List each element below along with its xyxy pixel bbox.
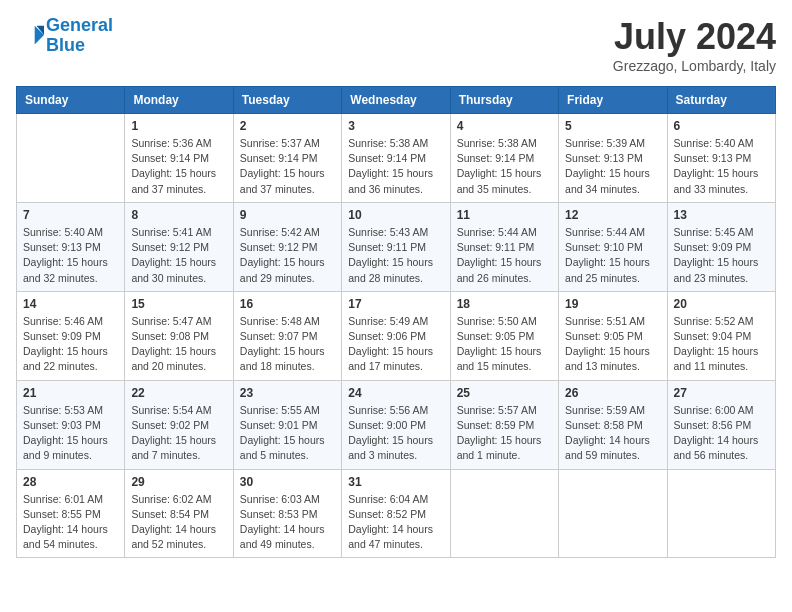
- day-cell: 18Sunrise: 5:50 AMSunset: 9:05 PMDayligh…: [450, 291, 558, 380]
- day-number: 15: [131, 297, 226, 311]
- day-cell: 30Sunrise: 6:03 AMSunset: 8:53 PMDayligh…: [233, 469, 341, 558]
- day-cell: 31Sunrise: 6:04 AMSunset: 8:52 PMDayligh…: [342, 469, 450, 558]
- calendar-header: SundayMondayTuesdayWednesdayThursdayFrid…: [17, 87, 776, 114]
- title-location: Grezzago, Lombardy, Italy: [613, 58, 776, 74]
- week-row-3: 14Sunrise: 5:46 AMSunset: 9:09 PMDayligh…: [17, 291, 776, 380]
- day-cell: 13Sunrise: 5:45 AMSunset: 9:09 PMDayligh…: [667, 202, 775, 291]
- day-number: 13: [674, 208, 769, 222]
- week-row-2: 7Sunrise: 5:40 AMSunset: 9:13 PMDaylight…: [17, 202, 776, 291]
- day-number: 8: [131, 208, 226, 222]
- day-info: Sunrise: 5:44 AMSunset: 9:10 PMDaylight:…: [565, 226, 650, 284]
- day-cell: [667, 469, 775, 558]
- day-cell: [559, 469, 667, 558]
- day-cell: 16Sunrise: 5:48 AMSunset: 9:07 PMDayligh…: [233, 291, 341, 380]
- day-info: Sunrise: 5:44 AMSunset: 9:11 PMDaylight:…: [457, 226, 542, 284]
- day-cell: 26Sunrise: 5:59 AMSunset: 8:58 PMDayligh…: [559, 380, 667, 469]
- day-cell: 5Sunrise: 5:39 AMSunset: 9:13 PMDaylight…: [559, 114, 667, 203]
- day-info: Sunrise: 5:53 AMSunset: 9:03 PMDaylight:…: [23, 404, 108, 462]
- day-cell: 9Sunrise: 5:42 AMSunset: 9:12 PMDaylight…: [233, 202, 341, 291]
- weekday-thursday: Thursday: [450, 87, 558, 114]
- day-info: Sunrise: 6:00 AMSunset: 8:56 PMDaylight:…: [674, 404, 759, 462]
- day-cell: 17Sunrise: 5:49 AMSunset: 9:06 PMDayligh…: [342, 291, 450, 380]
- day-info: Sunrise: 5:38 AMSunset: 9:14 PMDaylight:…: [348, 137, 433, 195]
- day-info: Sunrise: 5:40 AMSunset: 9:13 PMDaylight:…: [674, 137, 759, 195]
- day-number: 3: [348, 119, 443, 133]
- day-number: 26: [565, 386, 660, 400]
- day-cell: 20Sunrise: 5:52 AMSunset: 9:04 PMDayligh…: [667, 291, 775, 380]
- day-info: Sunrise: 5:50 AMSunset: 9:05 PMDaylight:…: [457, 315, 542, 373]
- day-number: 6: [674, 119, 769, 133]
- day-info: Sunrise: 5:51 AMSunset: 9:05 PMDaylight:…: [565, 315, 650, 373]
- day-cell: 1Sunrise: 5:36 AMSunset: 9:14 PMDaylight…: [125, 114, 233, 203]
- day-info: Sunrise: 5:39 AMSunset: 9:13 PMDaylight:…: [565, 137, 650, 195]
- day-cell: 24Sunrise: 5:56 AMSunset: 9:00 PMDayligh…: [342, 380, 450, 469]
- day-number: 19: [565, 297, 660, 311]
- weekday-header-row: SundayMondayTuesdayWednesdayThursdayFrid…: [17, 87, 776, 114]
- day-cell: [17, 114, 125, 203]
- day-info: Sunrise: 5:47 AMSunset: 9:08 PMDaylight:…: [131, 315, 216, 373]
- day-cell: 6Sunrise: 5:40 AMSunset: 9:13 PMDaylight…: [667, 114, 775, 203]
- day-cell: 7Sunrise: 5:40 AMSunset: 9:13 PMDaylight…: [17, 202, 125, 291]
- day-number: 25: [457, 386, 552, 400]
- day-info: Sunrise: 5:41 AMSunset: 9:12 PMDaylight:…: [131, 226, 216, 284]
- day-number: 20: [674, 297, 769, 311]
- day-info: Sunrise: 6:02 AMSunset: 8:54 PMDaylight:…: [131, 493, 216, 551]
- day-info: Sunrise: 5:38 AMSunset: 9:14 PMDaylight:…: [457, 137, 542, 195]
- title-month: July 2024: [613, 16, 776, 58]
- page-header: GeneralBlue July 2024 Grezzago, Lombardy…: [16, 16, 776, 74]
- day-cell: 8Sunrise: 5:41 AMSunset: 9:12 PMDaylight…: [125, 202, 233, 291]
- day-cell: 4Sunrise: 5:38 AMSunset: 9:14 PMDaylight…: [450, 114, 558, 203]
- weekday-sunday: Sunday: [17, 87, 125, 114]
- day-info: Sunrise: 5:57 AMSunset: 8:59 PMDaylight:…: [457, 404, 542, 462]
- day-number: 11: [457, 208, 552, 222]
- week-row-5: 28Sunrise: 6:01 AMSunset: 8:55 PMDayligh…: [17, 469, 776, 558]
- day-cell: [450, 469, 558, 558]
- day-number: 16: [240, 297, 335, 311]
- day-info: Sunrise: 5:54 AMSunset: 9:02 PMDaylight:…: [131, 404, 216, 462]
- day-cell: 10Sunrise: 5:43 AMSunset: 9:11 PMDayligh…: [342, 202, 450, 291]
- week-row-4: 21Sunrise: 5:53 AMSunset: 9:03 PMDayligh…: [17, 380, 776, 469]
- day-cell: 25Sunrise: 5:57 AMSunset: 8:59 PMDayligh…: [450, 380, 558, 469]
- weekday-tuesday: Tuesday: [233, 87, 341, 114]
- day-number: 5: [565, 119, 660, 133]
- day-number: 30: [240, 475, 335, 489]
- day-number: 28: [23, 475, 118, 489]
- day-number: 31: [348, 475, 443, 489]
- day-number: 18: [457, 297, 552, 311]
- calendar-body: 1Sunrise: 5:36 AMSunset: 9:14 PMDaylight…: [17, 114, 776, 558]
- day-cell: 29Sunrise: 6:02 AMSunset: 8:54 PMDayligh…: [125, 469, 233, 558]
- day-cell: 3Sunrise: 5:38 AMSunset: 9:14 PMDaylight…: [342, 114, 450, 203]
- day-cell: 27Sunrise: 6:00 AMSunset: 8:56 PMDayligh…: [667, 380, 775, 469]
- week-row-1: 1Sunrise: 5:36 AMSunset: 9:14 PMDaylight…: [17, 114, 776, 203]
- calendar-table: SundayMondayTuesdayWednesdayThursdayFrid…: [16, 86, 776, 558]
- day-info: Sunrise: 5:36 AMSunset: 9:14 PMDaylight:…: [131, 137, 216, 195]
- day-info: Sunrise: 5:55 AMSunset: 9:01 PMDaylight:…: [240, 404, 325, 462]
- day-number: 12: [565, 208, 660, 222]
- day-info: Sunrise: 5:40 AMSunset: 9:13 PMDaylight:…: [23, 226, 108, 284]
- logo-text: GeneralBlue: [46, 16, 113, 56]
- day-cell: 21Sunrise: 5:53 AMSunset: 9:03 PMDayligh…: [17, 380, 125, 469]
- day-number: 17: [348, 297, 443, 311]
- day-cell: 22Sunrise: 5:54 AMSunset: 9:02 PMDayligh…: [125, 380, 233, 469]
- day-number: 2: [240, 119, 335, 133]
- title-block: July 2024 Grezzago, Lombardy, Italy: [613, 16, 776, 74]
- day-info: Sunrise: 5:43 AMSunset: 9:11 PMDaylight:…: [348, 226, 433, 284]
- day-info: Sunrise: 5:37 AMSunset: 9:14 PMDaylight:…: [240, 137, 325, 195]
- day-info: Sunrise: 5:48 AMSunset: 9:07 PMDaylight:…: [240, 315, 325, 373]
- day-cell: 2Sunrise: 5:37 AMSunset: 9:14 PMDaylight…: [233, 114, 341, 203]
- day-info: Sunrise: 5:46 AMSunset: 9:09 PMDaylight:…: [23, 315, 108, 373]
- day-info: Sunrise: 6:03 AMSunset: 8:53 PMDaylight:…: [240, 493, 325, 551]
- weekday-wednesday: Wednesday: [342, 87, 450, 114]
- day-info: Sunrise: 5:59 AMSunset: 8:58 PMDaylight:…: [565, 404, 650, 462]
- day-info: Sunrise: 5:45 AMSunset: 9:09 PMDaylight:…: [674, 226, 759, 284]
- day-cell: 28Sunrise: 6:01 AMSunset: 8:55 PMDayligh…: [17, 469, 125, 558]
- logo: GeneralBlue: [16, 16, 113, 56]
- day-info: Sunrise: 5:42 AMSunset: 9:12 PMDaylight:…: [240, 226, 325, 284]
- day-cell: 19Sunrise: 5:51 AMSunset: 9:05 PMDayligh…: [559, 291, 667, 380]
- day-number: 7: [23, 208, 118, 222]
- day-cell: 12Sunrise: 5:44 AMSunset: 9:10 PMDayligh…: [559, 202, 667, 291]
- day-number: 24: [348, 386, 443, 400]
- logo-icon: [16, 22, 44, 50]
- day-number: 21: [23, 386, 118, 400]
- day-number: 22: [131, 386, 226, 400]
